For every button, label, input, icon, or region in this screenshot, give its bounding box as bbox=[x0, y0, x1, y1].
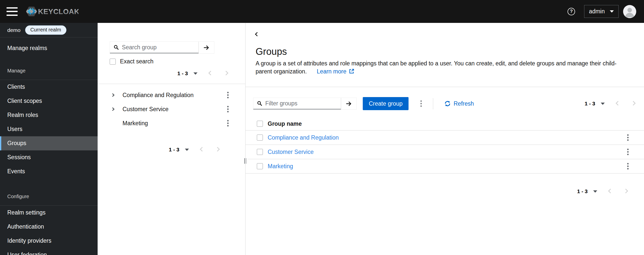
learn-more-link[interactable]: Learn more bbox=[317, 68, 354, 75]
chevron-left-icon bbox=[616, 101, 620, 105]
caret-down-icon bbox=[593, 190, 597, 193]
tree-item-label: Compliance and Regulation bbox=[123, 92, 226, 99]
filter-groups-box bbox=[253, 98, 357, 110]
group-search-box bbox=[110, 41, 214, 54]
search-submit-button[interactable] bbox=[198, 42, 214, 53]
pagination-toggle[interactable]: 1 - 3 bbox=[577, 188, 597, 194]
table-row: Compliance and Regulation bbox=[246, 131, 644, 145]
pagination-next-button[interactable] bbox=[223, 70, 229, 76]
refresh-icon bbox=[444, 100, 451, 107]
sidebar-item-manage-realms[interactable]: Manage realms bbox=[0, 41, 98, 55]
user-avatar[interactable] bbox=[623, 5, 636, 18]
tree-item-label: Customer Service bbox=[123, 106, 226, 113]
expand-toggle[interactable] bbox=[111, 107, 115, 111]
pagination-toggle[interactable]: 1 - 3 bbox=[169, 147, 189, 153]
kebab-menu-icon[interactable] bbox=[226, 119, 230, 128]
username-label: admin bbox=[589, 8, 605, 15]
pagination-range: 1 - 3 bbox=[169, 147, 179, 153]
help-icon[interactable]: ? bbox=[568, 8, 575, 15]
svg-text:KEYCLOAK: KEYCLOAK bbox=[38, 7, 78, 15]
refresh-label: Refresh bbox=[454, 100, 474, 107]
caret-down-icon bbox=[185, 149, 189, 151]
toolbar-divider bbox=[433, 98, 433, 109]
tree-item-label: Marketing bbox=[123, 120, 226, 127]
sidebar-item-clients[interactable]: Clients bbox=[0, 80, 98, 94]
current-realm-row[interactable]: demo Current realm bbox=[0, 23, 98, 37]
kebab-menu-icon[interactable] bbox=[226, 91, 230, 99]
chevron-left-icon bbox=[200, 147, 204, 151]
refresh-button[interactable]: Refresh bbox=[444, 100, 474, 107]
page-description: A group is a set of attributes and role … bbox=[256, 59, 627, 76]
filter-submit-button[interactable] bbox=[341, 98, 356, 109]
sidebar-item-realm-settings[interactable]: Realm settings bbox=[0, 206, 98, 220]
current-realm-badge: Current realm bbox=[25, 25, 66, 35]
main-panel: Groups A group is a set of attributes an… bbox=[246, 23, 644, 255]
table-pagination-top: 1 - 3 bbox=[585, 99, 636, 109]
groups-table: Group name Compliance and Regulation Cus… bbox=[246, 117, 644, 174]
group-tree-panel: Exact search 1 - 3 Compliance and Regula… bbox=[98, 23, 246, 255]
row-checkbox[interactable] bbox=[257, 135, 263, 141]
collapse-panel-button[interactable] bbox=[254, 32, 260, 37]
select-all-checkbox[interactable] bbox=[257, 121, 263, 127]
row-kebab-menu-icon[interactable] bbox=[626, 133, 630, 142]
chevron-right-icon bbox=[111, 107, 114, 111]
sidebar-item-events[interactable]: Events bbox=[0, 164, 98, 179]
row-kebab-menu-icon[interactable] bbox=[626, 148, 630, 156]
pagination-prev-button[interactable] bbox=[615, 101, 621, 107]
user-menu-dropdown[interactable]: admin bbox=[584, 5, 619, 18]
pagination-next-button[interactable] bbox=[215, 147, 220, 153]
sidebar-item-sessions[interactable]: Sessions bbox=[0, 150, 98, 164]
filter-groups-input[interactable] bbox=[265, 100, 338, 107]
search-group-input[interactable] bbox=[122, 44, 196, 51]
caret-down-icon bbox=[601, 103, 605, 105]
sidebar-item-identity-providers[interactable]: Identity providers bbox=[0, 234, 98, 248]
pagination-range: 1 - 3 bbox=[577, 188, 588, 194]
pagination-prev-button[interactable] bbox=[199, 147, 205, 153]
sidebar-item-groups[interactable]: Groups bbox=[0, 136, 98, 150]
sidebar-item-client-scopes[interactable]: Client scopes bbox=[0, 94, 98, 108]
sidebar-item-authentication[interactable]: Authentication bbox=[0, 220, 98, 234]
group-name-column-header: Group name bbox=[268, 120, 302, 127]
tree-item-compliance-and-regulation[interactable]: Compliance and Regulation bbox=[98, 88, 245, 102]
create-group-button[interactable]: Create group bbox=[363, 97, 409, 110]
caret-down-icon bbox=[610, 10, 614, 13]
exact-search-checkbox[interactable] bbox=[110, 59, 116, 65]
row-checkbox[interactable] bbox=[257, 163, 263, 169]
keycloak-logo[interactable]: KEYCLOAK bbox=[26, 6, 78, 17]
tree-pagination-top: 1 - 3 bbox=[110, 68, 245, 78]
groups-toolbar: Create group Refresh 1 - 3 bbox=[246, 87, 644, 110]
sidebar-nav: demo Current realm Manage realms Manage … bbox=[0, 23, 98, 255]
pagination-toggle[interactable]: 1 - 3 bbox=[177, 70, 197, 76]
pagination-prev-button[interactable] bbox=[208, 70, 213, 76]
group-link-compliance-and-regulation[interactable]: Compliance and Regulation bbox=[268, 134, 339, 141]
chevron-left-icon bbox=[208, 71, 213, 75]
sidebar-divider bbox=[0, 37, 98, 37]
table-row: Marketing bbox=[246, 159, 644, 174]
pagination-toggle[interactable]: 1 - 3 bbox=[585, 101, 605, 107]
panel-resize-handle[interactable] bbox=[243, 158, 247, 164]
row-checkbox[interactable] bbox=[257, 149, 263, 155]
pagination-prev-button[interactable] bbox=[608, 188, 613, 194]
chevron-left-icon bbox=[608, 189, 613, 193]
toolbar-kebab-menu-icon[interactable] bbox=[419, 99, 423, 108]
hamburger-menu-icon[interactable] bbox=[7, 7, 18, 16]
masthead: KEYCLOAK ? admin bbox=[0, 0, 644, 23]
pagination-next-button[interactable] bbox=[623, 188, 628, 194]
kebab-menu-icon[interactable] bbox=[226, 105, 230, 113]
group-tree-list: Compliance and Regulation Customer Servi… bbox=[98, 84, 245, 130]
expand-toggle[interactable] bbox=[111, 93, 115, 97]
tree-item-customer-service[interactable]: Customer Service bbox=[98, 102, 245, 116]
keycloak-logo-image: KEYCLOAK bbox=[26, 6, 78, 17]
tree-pagination-bottom: 1 - 3 bbox=[98, 145, 245, 155]
tree-item-marketing[interactable]: Marketing bbox=[98, 116, 245, 130]
pagination-range: 1 - 3 bbox=[177, 70, 188, 76]
sidebar-item-users[interactable]: Users bbox=[0, 122, 98, 136]
arrow-right-icon bbox=[345, 100, 352, 107]
search-icon bbox=[113, 44, 119, 50]
pagination-next-button[interactable] bbox=[631, 101, 636, 107]
sidebar-item-user-federation[interactable]: User federation bbox=[0, 248, 98, 255]
sidebar-item-realm-roles[interactable]: Realm roles bbox=[0, 108, 98, 122]
group-link-customer-service[interactable]: Customer Service bbox=[268, 149, 314, 155]
group-link-marketing[interactable]: Marketing bbox=[268, 163, 293, 169]
row-kebab-menu-icon[interactable] bbox=[626, 162, 630, 171]
